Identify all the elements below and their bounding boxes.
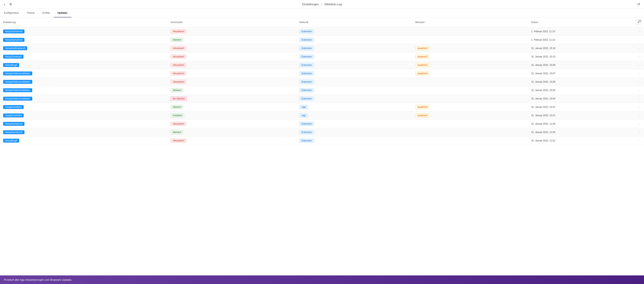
datum-cell: 31. Januar 2022, 11:55 [528,120,631,128]
filter-button[interactable] [638,19,642,24]
table-row: NetzpZendesk6AktualisiertExtensionnpadmi… [0,52,644,61]
datum-cell: 31. Januar 2022, 15:05 [528,78,631,86]
kommando-badge: Aktualisiert [170,63,186,67]
erweiterung-badge: NetzpSwAdmin6 [3,38,24,42]
row-action-button[interactable]: ··· [638,114,641,117]
herkunft-badge: Extension [299,130,314,134]
status-bar: Protokoll aller App-Aktualisierungen und… [0,276,644,284]
kommando-badge: Aktualisiert [170,71,186,76]
table-row: Netzp6AddressValidatorAktualisiertExtens… [0,78,644,86]
datum-cell: 1. Februar 2022, 11:10 [528,27,631,36]
benutzer-badge: npadmin2 [415,46,430,50]
table-row: NetzpBlog6AktualisiertExtensionnpadmin23… [0,61,644,69]
col-header-benutzer[interactable]: Benutzer ··· [412,17,528,27]
benutzer-badge: npadmin2 [415,105,430,109]
breadcrumb-separator: > [321,3,322,6]
kommando-badge: Aktiviert [170,88,183,92]
col-dots-kommando: ··· [184,21,186,23]
settings-button[interactable]: ⚙ [8,1,13,7]
row-action-button[interactable]: ··· [638,97,641,100]
back-button[interactable]: ‹ [3,1,6,7]
col-label-benutzer: Benutzer [415,21,425,24]
table-row: SwagSnowflakeAktiviertAppnpadmin231. Jan… [0,103,644,111]
erweiterung-badge: NetzpNotifications6 [3,46,27,50]
erweiterung-badge: Netzp6AddressValidator [3,71,32,75]
kommando-badge: Aktualisiert [170,29,186,34]
nav-tabs: Konfiguration Theme Entität Updates [0,8,644,17]
top-bar-left: ‹ ⚙ [3,1,13,7]
row-action-button[interactable]: ··· [638,47,641,50]
col-dots-datum: ··· [539,21,541,23]
herkunft-badge: Extension [299,38,314,42]
table-row: Netzp6AddressValidatorAktiviertExtension… [0,86,644,94]
erweiterung-badge: SwagSnowflake [3,113,24,117]
table-header-row: Erweiterung ··· Kommando ··· [0,17,644,27]
data-table: Erweiterung ··· Kommando ··· [0,17,644,276]
breadcrumb-parent: Einstellungen [302,3,319,6]
row-action-button[interactable]: ··· [638,30,641,33]
refresh-button[interactable]: ↺ [636,1,641,7]
herkunft-badge: Extension [299,46,314,50]
kommando-badge: De-Aktiviert [170,96,187,101]
erweiterung-badge: SwagSnowflake [3,105,24,109]
herkunft-badge: Extension [299,138,314,143]
herkunft-badge: Extension [299,29,314,34]
erweiterung-badge: NetzpBlog6 [3,139,19,143]
col-label-kommando: Kommando [170,21,182,24]
row-action-button[interactable]: ··· [638,139,641,142]
col-header-kommando[interactable]: Kommando ··· [167,17,296,27]
filter-area [638,17,644,24]
benutzer-badge: npadmin2 [415,63,430,67]
benutzer-badge: npadmin2 [415,54,430,59]
row-action-button[interactable]: ··· [638,63,641,67]
table-row: NetzpSwAdmin6AktiviertExtension1. Februa… [0,36,644,44]
kommando-badge: Aktiviert [170,38,183,42]
erweiterung-badge: NetzpBlog6 [3,63,19,67]
col-label-erweiterung: Erweiterung [3,21,16,24]
row-action-button[interactable]: ··· [638,122,641,125]
col-dots-herkunft: ··· [310,21,311,23]
settings-icon: ⚙ [9,2,12,6]
datum-cell: 1. Februar 2022, 11:10 [528,36,631,44]
table-row: NetzpSwAdmin6AktiviertExtension31. Janua… [0,128,644,137]
herkunft-badge: Extension [299,54,314,59]
datum-cell: 31. Januar 2022, 15:05 [528,86,631,94]
col-header-herkunft[interactable]: Herkunft ··· [296,17,412,27]
erweiterung-badge: NetzpSwAdmin6 [3,130,24,134]
benutzer-badge: npadmin2 [415,113,430,118]
kommando-badge: Aktiviert [170,105,183,109]
erweiterung-badge: NetzpSwAdmin6 [3,122,24,126]
datum-cell: 31. Januar 2022, 15:10 [528,52,631,61]
herkunft-badge: App [299,105,308,109]
datum-cell: 31. Januar 2022, 11:01 [528,137,631,145]
kommando-badge: Aktiviert [170,130,183,134]
tab-konfiguration[interactable]: Konfiguration [0,8,23,17]
kommando-badge: Installiert [170,113,184,118]
col-label-datum: Datum [531,21,538,24]
erweiterung-badge: NetzpSwAdmin6 [3,29,24,33]
row-action-button[interactable]: ··· [638,72,641,75]
tab-entitat[interactable]: Entität [38,8,54,17]
top-bar: ‹ ⚙ Einstellungen > SWAdmin-Log ↺ [0,0,644,8]
row-action-button[interactable]: ··· [638,55,641,58]
datum-cell: 31. Januar 2022, 15:09 [528,61,631,69]
tab-updates[interactable]: Updates [54,8,71,17]
main-content: Erweiterung ··· Kommando ··· [0,17,644,276]
col-dots-benutzer: ··· [426,21,428,23]
filter-icon [638,20,642,23]
herkunft-badge: App [299,113,308,118]
row-action-button[interactable]: ··· [638,105,641,109]
table-row: NetzpSwAdmin6AktualisiertExtension1. Feb… [0,27,644,36]
row-action-button[interactable]: ··· [638,131,641,134]
kommando-badge: Aktualisiert [170,80,186,84]
row-action-button[interactable]: ··· [638,89,641,92]
row-action-button[interactable]: ··· [638,80,641,83]
tab-theme[interactable]: Theme [23,8,38,17]
col-header-datum[interactable]: Datum ··· [528,17,631,27]
row-action-button[interactable]: ··· [638,38,641,41]
datum-cell: 31. Januar 2022, 15:18 [528,44,631,52]
table-row: SwagSnowflakeInstalliertAppnpadmin231. J… [0,111,644,120]
erweiterung-badge: Netzp6AddressValidator [3,97,32,101]
col-header-erweiterung[interactable]: Erweiterung ··· [0,17,167,27]
col-dots-erweiterung: ··· [17,21,18,23]
